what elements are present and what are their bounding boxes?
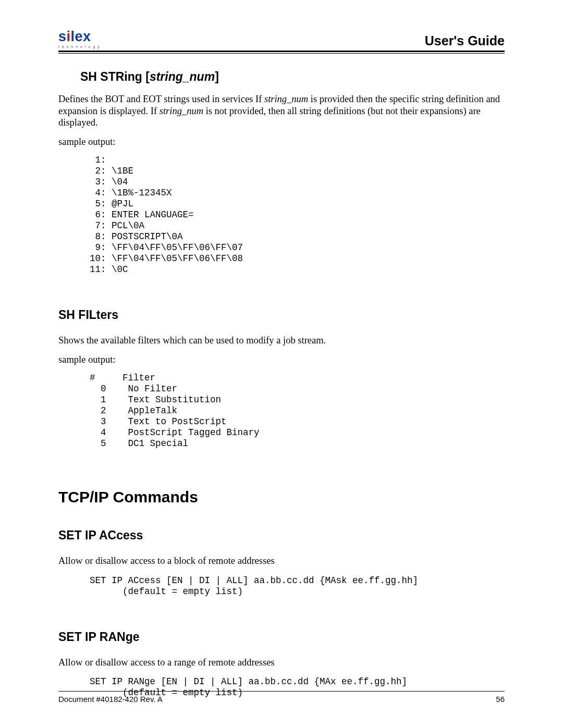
body-text-italic: string_num <box>264 94 308 104</box>
body-sh-filters: Shows the available filters which can be… <box>58 335 505 347</box>
sample-output-sh-string: 1: 2: \1BE 3: \04 4: \1B%-12345X 5: @PJL… <box>90 155 505 275</box>
header-rule-thin <box>58 53 505 54</box>
guide-title: User's Guide <box>425 33 505 49</box>
heading-set-ip-access: SET IP ACcess <box>58 528 505 542</box>
logo-subtext: technology <box>58 45 102 48</box>
heading-tcpip: TCP/IP Commands <box>58 488 505 507</box>
body-text-italic: string_num <box>160 106 203 116</box>
logo-text-suffix: lex <box>71 29 91 44</box>
body-sh-string: Defines the BOT and EOT strings used in … <box>58 93 505 129</box>
heading-set-ip-range: SET IP RANge <box>58 630 505 644</box>
footer-page-number: 56 <box>496 695 505 704</box>
sample-label: sample output: <box>58 136 505 148</box>
header-rule-thick <box>58 51 505 52</box>
logo: silex technology <box>58 30 102 48</box>
sample-label: sample output: <box>58 354 505 366</box>
logo-text-accent: i <box>67 29 71 44</box>
body-text: Defines the BOT and EOT strings used in … <box>58 94 264 104</box>
heading-text: ] <box>215 70 219 83</box>
body-set-ip-access: Allow or disallow access to a block of r… <box>58 555 505 567</box>
page-footer: Document #40182-420 Rev. A 56 <box>58 691 505 704</box>
heading-text: SH STRing [ <box>80 70 150 83</box>
footer-rule <box>58 691 505 692</box>
page-header: silex technology User's Guide <box>58 30 505 50</box>
logo-text-prefix: s <box>58 29 67 44</box>
sample-output-sh-filters: # Filter 0 No Filter 1 Text Substitution… <box>90 373 505 449</box>
heading-sh-string: SH STRing [string_num] <box>80 69 505 84</box>
heading-param: string_num <box>150 70 215 83</box>
heading-sh-filters: SH FILters <box>58 307 505 322</box>
footer-doc-id: Document #40182-420 Rev. A <box>58 695 163 704</box>
body-set-ip-range: Allow or disallow access to a range of r… <box>58 657 505 669</box>
code-set-ip-access: SET IP ACcess [EN | DI | ALL] aa.bb.cc.d… <box>90 575 505 597</box>
